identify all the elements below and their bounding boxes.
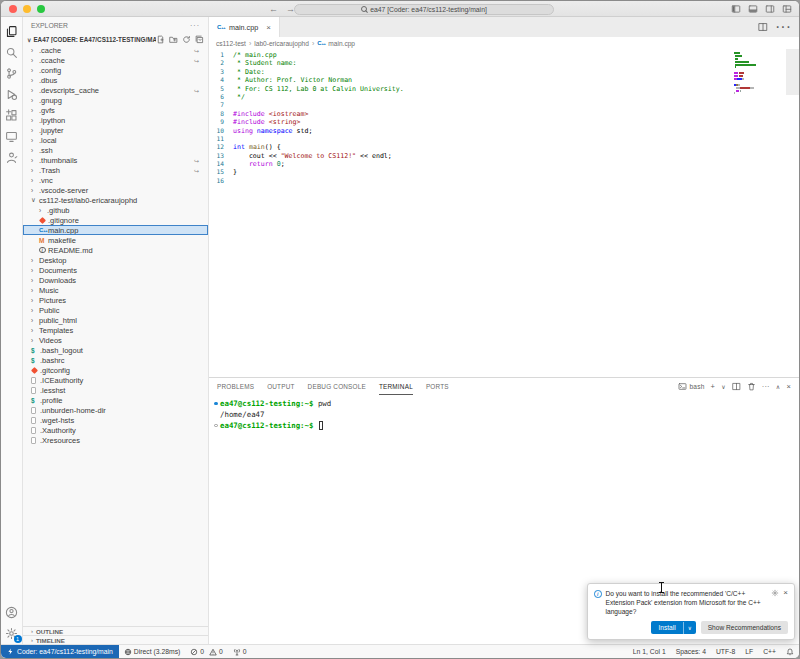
minimap[interactable] (734, 52, 776, 98)
remote-indicator[interactable]: Coder: ea47/cs112-testing/main (1, 645, 119, 658)
refresh-icon[interactable] (182, 35, 191, 44)
breadcrumb-segment[interactable]: main.cpp (328, 40, 355, 47)
notifications-bell[interactable] (781, 645, 799, 658)
tree-item--profile[interactable]: $.profile (23, 395, 208, 405)
ports-status[interactable]: 0 (228, 645, 252, 658)
workspace-section-header[interactable]: ∨ EA47 [CODER: EA47/CS112-TESTING/MAIN] (23, 33, 208, 45)
tree-item--ssh[interactable]: ›.ssh (23, 145, 208, 155)
tree-item--lesshst[interactable]: .lesshst (23, 385, 208, 395)
nav-back-icon[interactable]: ← (269, 4, 278, 14)
tree-item--vscode-server[interactable]: ›.vscode-server (23, 185, 208, 195)
tree-item-cs112-test-lab0-ericaraujophd[interactable]: ∨cs112-test/lab0-ericaraujophd (23, 195, 208, 205)
close-window-button[interactable] (9, 5, 17, 13)
tree-item--ccache[interactable]: ›.ccache↪ (23, 55, 208, 65)
tree-item--xauthority[interactable]: .Xauthority (23, 425, 208, 435)
tree-item-public[interactable]: ›Public (23, 305, 208, 315)
tree-item-pictures[interactable]: ›Pictures (23, 295, 208, 305)
editor-scrollbar[interactable] (786, 49, 799, 95)
tab-main-cpp[interactable]: C++ main.cpp × (209, 17, 280, 37)
close-panel-icon[interactable]: × (786, 382, 791, 391)
layout-sidebar-left-icon[interactable] (731, 4, 741, 14)
activity-search-icon[interactable] (1, 42, 23, 63)
gear-icon[interactable] (771, 589, 779, 597)
tree-item-music[interactable]: ›Music (23, 285, 208, 295)
close-tab-icon[interactable]: × (266, 23, 271, 32)
layout-sidebar-right-icon[interactable] (765, 4, 775, 14)
breadcrumb[interactable]: cs112-test›lab0-ericaraujophd›C++main.cp… (209, 37, 799, 49)
breadcrumb-segment[interactable]: lab0-ericaraujophd (254, 40, 309, 47)
tree-item--thumbnails[interactable]: ›.thumbnails↪ (23, 155, 208, 165)
code-editor[interactable]: 1/* main.cpp2 * Student name:3 * Date:4 … (209, 49, 799, 377)
activity-run-and-debug-icon[interactable] (1, 84, 23, 105)
layout-panel-icon[interactable] (748, 4, 758, 14)
problems-status[interactable]: 0 0 (185, 645, 228, 658)
tree-item--dbus[interactable]: ›.dbus (23, 75, 208, 85)
tree-item--bashrc[interactable]: $.bashrc (23, 355, 208, 365)
terminal-dropdown-icon[interactable]: ∨ (721, 383, 726, 390)
show-recommendations-button[interactable]: Show Recommendations (701, 621, 788, 634)
indentation[interactable]: Spaces: 4 (671, 645, 711, 658)
command-center[interactable]: ea47 [Coder: ea47/cs112-testing/main] (294, 4, 554, 15)
maximize-window-button[interactable] (37, 5, 45, 13)
panel-tab-terminal[interactable]: TERMINAL (379, 378, 413, 395)
outline-section[interactable]: › OUTLINE (23, 626, 208, 635)
panel-more-actions-icon[interactable]: ··· (762, 382, 770, 391)
panel-tab-problems[interactable]: PROBLEMS (217, 378, 254, 395)
activity-remote-explorer-icon[interactable] (1, 126, 23, 147)
tree-item-public-html[interactable]: ›public_html (23, 315, 208, 325)
maximize-panel-icon[interactable]: ∧ (776, 383, 781, 390)
tree-item--bash-logout[interactable]: $.bash_logout (23, 345, 208, 355)
new-folder-icon[interactable] (169, 35, 178, 44)
new-file-icon[interactable] (156, 35, 165, 44)
panel-tab-ports[interactable]: PORTS (426, 378, 449, 395)
breadcrumb-segment[interactable]: cs112-test (216, 40, 246, 47)
tree-item--vnc[interactable]: ›.vnc (23, 175, 208, 185)
cursor-position[interactable]: Ln 1, Col 1 (628, 645, 671, 658)
tree-item-videos[interactable]: ›Videos (23, 335, 208, 345)
tree-item--trash[interactable]: ›.Trash↪ (23, 165, 208, 175)
tree-item--jupyter[interactable]: ›.jupyter (23, 125, 208, 135)
terminal-shell-picker[interactable]: bash (678, 382, 704, 391)
eol-sequence[interactable]: LF (740, 645, 758, 658)
tree-item-documents[interactable]: ›Documents (23, 265, 208, 275)
tree-item--gnupg[interactable]: ›.gnupg (23, 95, 208, 105)
new-terminal-icon[interactable]: + (711, 382, 716, 391)
activity-accounts-icon[interactable] (1, 602, 23, 623)
tree-item--iceauthority[interactable]: .ICEauthority (23, 375, 208, 385)
explorer-more-actions-icon[interactable]: ··· (190, 22, 200, 29)
kill-terminal-icon[interactable] (747, 382, 756, 391)
install-button[interactable]: Install ∨ (651, 621, 695, 634)
tree-item--gitignore[interactable]: .gitignore (23, 215, 208, 225)
activity-settings-icon[interactable]: 1 (1, 623, 23, 644)
tree-item--config[interactable]: ›.config (23, 65, 208, 75)
tree-item-makefile[interactable]: Mmakefile (23, 235, 208, 245)
minimize-window-button[interactable] (23, 5, 31, 13)
tree-item--github[interactable]: ›.github (23, 205, 208, 215)
encoding[interactable]: UTF-8 (711, 645, 740, 658)
tree-item--gitconfig[interactable]: .gitconfig (23, 365, 208, 375)
tree-item--cache[interactable]: ›.cache↪ (23, 45, 208, 55)
editor-more-actions-icon[interactable]: ··· (775, 18, 791, 36)
tree-item-templates[interactable]: ›Templates (23, 325, 208, 335)
tree-item-main-cpp[interactable]: C++main.cpp (23, 225, 208, 235)
layout-customize-icon[interactable] (782, 4, 792, 14)
tree-item-downloads[interactable]: ›Downloads (23, 275, 208, 285)
tree-item--unburden-home-dir[interactable]: .unburden-home-dir (23, 405, 208, 415)
language-mode[interactable]: C++ (758, 645, 781, 658)
tree-item--xresources[interactable]: .Xresources (23, 435, 208, 445)
tree-item--devscripts-cache[interactable]: ›.devscripts_cache↪ (23, 85, 208, 95)
install-dropdown-icon[interactable]: ∨ (683, 622, 696, 634)
activity-coder-icon[interactable] (1, 147, 23, 168)
activity-extensions-icon[interactable] (1, 105, 23, 126)
tree-item-desktop[interactable]: ›Desktop (23, 255, 208, 265)
panel-tab-debug-console[interactable]: DEBUG CONSOLE (308, 378, 366, 395)
tree-item--gvfs[interactable]: ›.gvfs (23, 105, 208, 115)
network-status[interactable]: Direct (3.28ms) (119, 645, 185, 658)
split-terminal-icon[interactable] (732, 382, 741, 391)
panel-tab-output[interactable]: OUTPUT (267, 378, 294, 395)
tree-item--ipython[interactable]: ›.ipython (23, 115, 208, 125)
activity-source-control-icon[interactable] (1, 63, 23, 84)
tree-item--local[interactable]: ›.local (23, 135, 208, 145)
tree-item--wget-hsts[interactable]: .wget-hsts (23, 415, 208, 425)
collapse-all-icon[interactable] (195, 35, 204, 44)
